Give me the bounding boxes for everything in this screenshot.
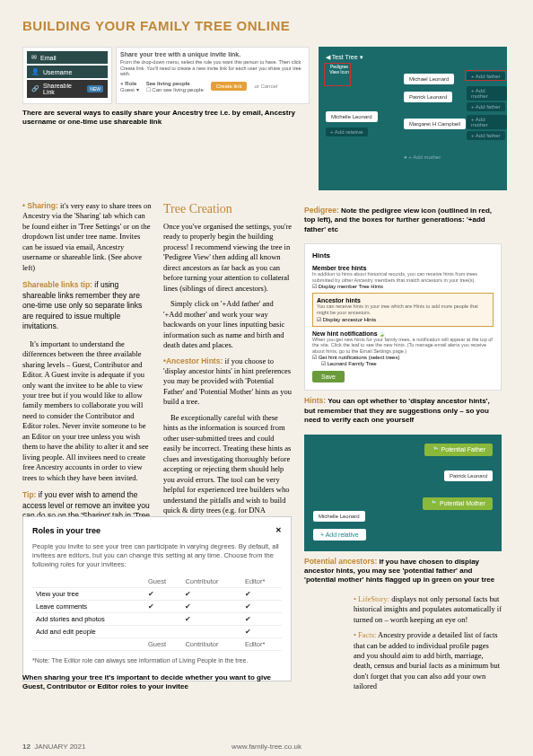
cb-notifications[interactable]: ☑ Get hint notifications (select trees) [312, 354, 494, 360]
close-icon[interactable]: ✕ [275, 526, 282, 534]
column-3: Pedigree: Note the pedigree view icon (o… [304, 201, 502, 698]
table-row: Add and edit people✔ [32, 626, 282, 638]
link-icon: 🔗 [31, 85, 39, 92]
cb-tree-select[interactable]: ☑ Leonard Family Tree [321, 360, 494, 366]
add-father-outline [465, 70, 506, 81]
table-row: Leave comments✔✔✔ [32, 601, 282, 613]
pedigree-view-panel: ◀ Test Tree ▾ Pedigree View Icon Michell… [319, 47, 507, 190]
potential-father[interactable]: 🍃 Potential Father [424, 444, 493, 456]
add-father-3[interactable]: + Add father [467, 131, 505, 140]
user-icon: 👤 [31, 68, 39, 75]
save-button[interactable]: Save [312, 371, 345, 382]
node-michael[interactable]: Michael Leonard [404, 74, 454, 84]
node-margaret[interactable]: Margaret H Campbell [404, 119, 466, 129]
pedigree-icon-label: Pedigree View Icon [328, 65, 351, 75]
add-relative-2[interactable]: + Add relative [313, 529, 366, 541]
create-link-button[interactable]: Create link [211, 82, 248, 91]
cb-member-hints[interactable]: ☑ Display member Tree Hints [312, 283, 494, 289]
mail-icon: ✉ [31, 54, 37, 61]
tree-title[interactable]: ◀ Test Tree ▾ [326, 54, 500, 61]
table-row: View your tree✔✔✔ [32, 588, 282, 601]
add-mother-1[interactable]: + Add mother [467, 86, 507, 101]
potential-ancestors-panel: 🍃 Potential Father Patrick Leonard 🍃 Pot… [304, 435, 502, 551]
share-email-row[interactable]: ✉Email [27, 51, 108, 64]
node-patrick[interactable]: Patrick Leonard [404, 92, 452, 102]
add-mother-2[interactable]: + Add mother [467, 115, 507, 129]
table-row: Add stories and photos✔✔ [32, 613, 282, 626]
add-father-2[interactable]: + Add father [467, 102, 505, 111]
page-header: BUILDING YOUR FAMILY TREE ONLINE [22, 18, 511, 33]
node-michelle-2[interactable]: Michelle Leonard [313, 511, 365, 522]
add-mother-bottom[interactable]: ● + Add mother [404, 154, 441, 160]
share-caption: There are several ways to easily share y… [22, 109, 310, 127]
new-badge: NEW [87, 85, 103, 92]
node-patrick-2[interactable]: Patrick Leonard [444, 470, 493, 481]
share-methods-panel: ✉Email 👤Username 🔗Shareable Link NEW [22, 47, 112, 104]
share-username-row[interactable]: 👤Username [27, 66, 108, 78]
roles-caption: When sharing your tree it's important to… [22, 673, 292, 692]
add-relative[interactable]: + Add relative [326, 127, 368, 136]
roles-table: GuestContributorEditor* View your tree✔✔… [32, 576, 282, 651]
cancel-link[interactable]: or Cancel [254, 84, 277, 89]
potential-mother[interactable]: 🍃 Potential Mother [423, 497, 493, 510]
node-michelle[interactable]: Michelle Leonard [326, 111, 378, 122]
share-link-row[interactable]: 🔗Shareable Link NEW [27, 80, 108, 98]
cb-ancestor-hints[interactable]: ☑ Display ancestor Hints [317, 316, 489, 322]
share-link-config: Share your tree with a unique invite lin… [116, 47, 310, 104]
hints-settings-panel: Hints Member tree hints In addition to h… [304, 243, 502, 391]
roles-dialog: ✕ Roles in your tree People you invite t… [22, 516, 292, 681]
